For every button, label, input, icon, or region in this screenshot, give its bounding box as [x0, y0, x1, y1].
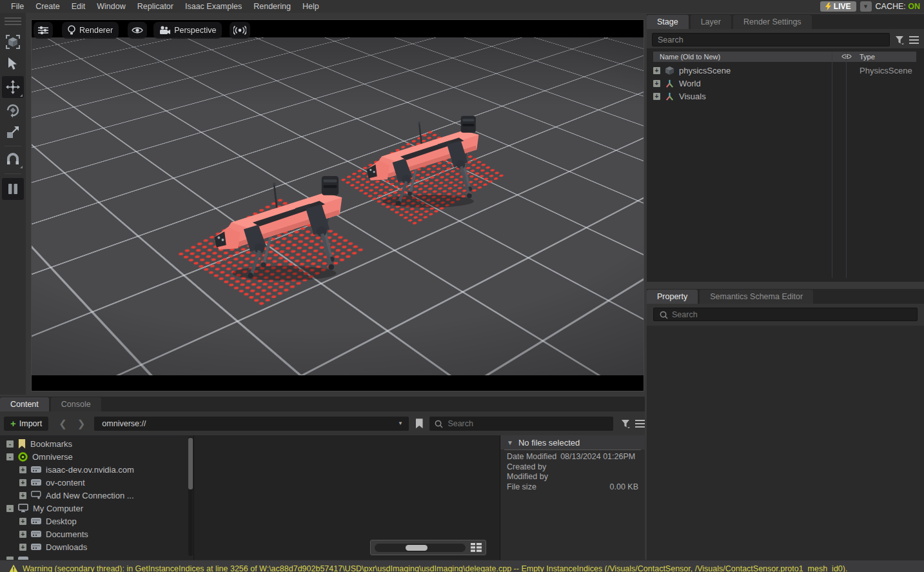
- tree-row-my-computer[interactable]: - My Computer: [0, 502, 193, 515]
- menu-help[interactable]: Help: [297, 0, 325, 13]
- rotate-tool-button[interactable]: [2, 101, 24, 120]
- column-divider: [846, 52, 847, 278]
- visibility-column-eye-icon[interactable]: [841, 53, 852, 60]
- expand-toggle[interactable]: +: [19, 492, 26, 499]
- column-name-header[interactable]: Name (Old to New): [653, 53, 720, 61]
- forward-button[interactable]: ❯: [72, 418, 91, 429]
- cube-select-icon: [5, 34, 21, 50]
- camera-menu-button[interactable]: Perspective: [153, 22, 222, 39]
- column-type-header[interactable]: Type: [860, 53, 875, 61]
- menu-rendering[interactable]: Rendering: [248, 0, 297, 13]
- expand-toggle[interactable]: +: [19, 544, 26, 551]
- live-dropdown-button[interactable]: ▼: [860, 1, 872, 12]
- renderer-menu-button[interactable]: Renderer: [62, 22, 119, 39]
- menu-file[interactable]: File: [5, 0, 30, 13]
- path-input[interactable]: [94, 417, 409, 431]
- xform-icon: [665, 79, 674, 88]
- tree-row-server[interactable]: + isaac-dev.ov.nvidia.com: [0, 463, 193, 476]
- viewport-settings-button[interactable]: [34, 22, 53, 39]
- expand-toggle[interactable]: +: [653, 67, 660, 74]
- menu-edit[interactable]: Edit: [66, 0, 92, 13]
- expand-toggle[interactable]: +: [19, 466, 26, 473]
- collapse-toggle[interactable]: -: [6, 505, 14, 512]
- visibility-menu-button[interactable]: [128, 22, 147, 39]
- snap-tool-button[interactable]: [2, 150, 24, 170]
- collapse-toggle[interactable]: -: [6, 453, 14, 460]
- tab-semantics-schema-editor[interactable]: Semantics Schema Editor: [700, 290, 813, 304]
- collapse-toggle[interactable]: -: [6, 440, 14, 448]
- live-button[interactable]: LIVE: [820, 1, 856, 12]
- stage-row-world[interactable]: + World: [653, 77, 701, 90]
- tree-row-downloads[interactable]: + Downloads: [0, 540, 193, 553]
- detail-row-created-by: Created by: [500, 462, 645, 472]
- viewport-render-area[interactable]: [32, 37, 644, 375]
- search-icon: [435, 420, 443, 428]
- thumbnail-size-slider[interactable]: [375, 544, 466, 552]
- expand-toggle[interactable]: +: [19, 518, 26, 525]
- filter-icon[interactable]: [621, 419, 630, 428]
- xform-icon: [665, 92, 674, 101]
- collapse-caret-icon[interactable]: ▼: [507, 439, 513, 446]
- tree-row-documents[interactable]: + Documents: [0, 528, 193, 540]
- lightning-bolt-icon: [825, 3, 831, 10]
- path-field[interactable]: ▼: [94, 417, 409, 431]
- scale-tool-button[interactable]: [2, 123, 24, 142]
- prim-label: World: [679, 79, 701, 88]
- slider-thumb[interactable]: [406, 545, 428, 551]
- back-button[interactable]: ❮: [54, 418, 72, 429]
- tree-row-add-connection[interactable]: + Add New Connection ...: [0, 489, 193, 502]
- expand-toggle[interactable]: +: [19, 531, 26, 538]
- tab-layer[interactable]: Layer: [691, 15, 731, 29]
- stage-search-input[interactable]: [652, 33, 890, 46]
- import-button[interactable]: + Import: [4, 417, 48, 431]
- select-tool-button[interactable]: [2, 54, 24, 74]
- tree-item-label: Downloads: [46, 542, 87, 552]
- stage-tree-header[interactable]: Name (Old to New) Type: [653, 52, 916, 62]
- tab-render-settings[interactable]: Render Settings: [733, 15, 812, 29]
- path-dropdown-icon[interactable]: ▼: [398, 420, 403, 426]
- move-tool-button[interactable]: [2, 76, 24, 98]
- expand-toggle[interactable]: +: [653, 93, 660, 100]
- property-search-input[interactable]: [653, 308, 918, 321]
- expand-toggle[interactable]: +: [653, 80, 660, 87]
- tab-console[interactable]: Console: [51, 397, 101, 411]
- tab-stage[interactable]: Stage: [647, 15, 689, 29]
- tree-row-partial[interactable]: -: [0, 553, 193, 560]
- tree-row-bookmarks[interactable]: - Bookmarks: [0, 437, 193, 450]
- menu-window[interactable]: Window: [91, 0, 131, 13]
- property-tab-bar: Property Semantics Schema Editor: [647, 289, 924, 304]
- pause-button[interactable]: [2, 178, 24, 200]
- toolbar-drag-handle[interactable]: [5, 17, 21, 25]
- filter-icon[interactable]: [895, 35, 904, 44]
- cube-prim-icon: [665, 66, 674, 75]
- tree-row-omniverse[interactable]: - Omniverse: [0, 450, 193, 463]
- tree-item-label: ov-content: [46, 478, 85, 488]
- tree-row-desktop[interactable]: + Desktop: [0, 515, 193, 528]
- bookmark-icon[interactable]: [415, 419, 424, 429]
- scrollbar-thumb[interactable]: [188, 438, 193, 489]
- selection-header[interactable]: ▼ No files selected: [500, 435, 645, 449]
- content-search-field[interactable]: [429, 417, 613, 431]
- server-icon: [31, 466, 41, 474]
- tree-item-label: Add New Connection ...: [46, 491, 134, 500]
- stage-row-physicsscene[interactable]: + physicsScene: [653, 64, 731, 77]
- expand-toggle[interactable]: +: [19, 479, 26, 486]
- options-menu-icon[interactable]: [909, 36, 919, 44]
- tree-row-server[interactable]: + ov-content: [0, 476, 193, 489]
- options-menu-icon[interactable]: [635, 420, 645, 428]
- search-icon: [660, 311, 668, 319]
- tree-scrollbar[interactable]: [188, 437, 193, 556]
- menu-create[interactable]: Create: [30, 0, 66, 13]
- tab-property[interactable]: Property: [647, 290, 698, 304]
- stage-row-visuals[interactable]: + Visuals: [653, 90, 706, 103]
- menu-replicator[interactable]: Replicator: [132, 0, 179, 13]
- select-mode-button[interactable]: [2, 32, 24, 52]
- tab-content[interactable]: Content: [0, 397, 49, 411]
- menu-isaac-examples[interactable]: Isaac Examples: [179, 0, 248, 13]
- broadcast-button[interactable]: [230, 22, 250, 39]
- status-warning-text[interactable]: Warning (secondary thread): in GetInstan…: [23, 564, 847, 572]
- grid-view-icon[interactable]: [471, 543, 482, 552]
- content-search-input[interactable]: [429, 417, 613, 431]
- file-grid-area[interactable]: [194, 435, 500, 560]
- lightbulb-icon: [68, 25, 75, 35]
